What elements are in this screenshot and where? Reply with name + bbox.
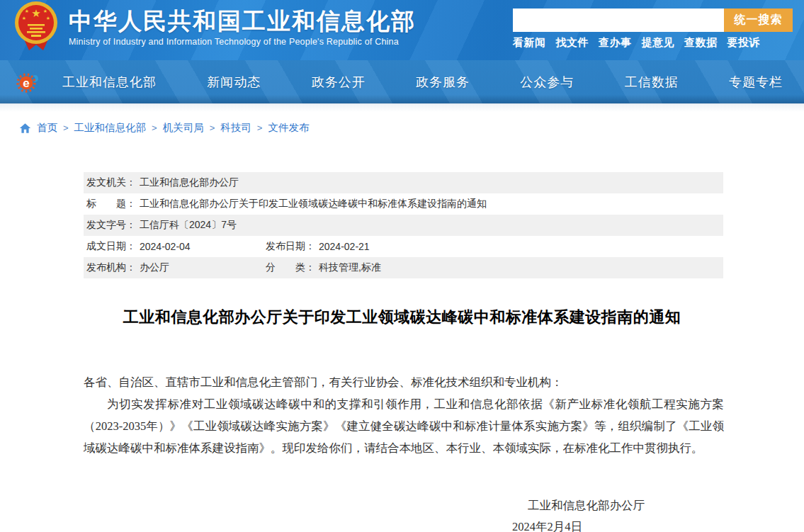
document-paragraph-main: 为切实发挥标准对工业领域碳达峰碳中和的支撑和引领作用，工业和信息化部依据《新产业… <box>84 393 724 459</box>
document-title: 工业和信息化部办公厅关于印发工业领域碳达峰碳中和标准体系建设指南的通知 <box>0 307 804 328</box>
meta-value: 工业和信息化部办公厅关于印发工业领域碳达峰碳中和标准体系建设指南的通知 <box>140 198 487 210</box>
nav-item-special-topics[interactable]: 专题专栏 <box>729 74 783 91</box>
signature-issuer: 工业和信息化部办公厅 <box>528 498 645 514</box>
breadcrumb-separator: > <box>210 123 215 133</box>
site-title-block: 中华人民共和国工业和信息化部 Ministry of Industry and … <box>69 8 416 47</box>
meta-cell: 发文字号： 工信厅科〔2024〕7号 <box>86 219 237 232</box>
quick-link-data[interactable]: 查数据 <box>684 36 718 50</box>
breadcrumb-science-tech-dept[interactable]: 科技司 <box>220 121 251 135</box>
search-button[interactable]: 统一搜索 <box>724 9 793 32</box>
breadcrumb-document-release[interactable]: 文件发布 <box>268 121 309 135</box>
nav-item-public-participation[interactable]: 公众参与 <box>520 74 574 91</box>
search-area: 统一搜索 <box>513 9 793 32</box>
site-title: 中华人民共和国工业和信息化部 <box>69 8 416 35</box>
meta-value: 办公厅 <box>140 261 169 274</box>
svg-text:★: ★ <box>31 7 40 19</box>
nav-item-gov-services[interactable]: 政务服务 <box>416 74 470 91</box>
svg-text:★: ★ <box>43 9 47 13</box>
nav-item-news[interactable]: 新闻动态 <box>207 74 261 91</box>
quick-link-feedback[interactable]: 提意见 <box>642 36 675 50</box>
nav-item-gov-disclosure[interactable]: 政务公开 <box>312 74 366 91</box>
meta-cell: 发布日期： 2024-02-21 <box>266 240 370 253</box>
nav-item-miit-data[interactable]: 工信数据 <box>625 74 679 91</box>
search-input[interactable] <box>513 9 724 32</box>
breadcrumb: 首页 > 工业和信息化部 > 机关司局 > 科技司 > 文件发布 <box>19 121 309 135</box>
breadcrumb-departments[interactable]: 机关司局 <box>163 121 204 135</box>
breadcrumb-separator: > <box>63 123 69 133</box>
national-emblem-icon: ★ ★ ★ ★ ★ <box>14 1 58 53</box>
meta-row-document-number: 发文字号： 工信厅科〔2024〕7号 <box>84 215 723 236</box>
signature-date: 2024年2月4日 <box>512 519 582 532</box>
meta-value: 2024-02-21 <box>319 241 370 252</box>
meta-cell: 发文机关： 工业和信息化部办公厅 <box>86 176 239 189</box>
home-icon <box>19 123 31 134</box>
nav-items: 工业和信息化部 新闻动态 政务公开 政务服务 公众参与 工信数据 专题专栏 <box>0 60 804 103</box>
svg-text:★: ★ <box>46 16 50 21</box>
meta-row-dates: 成文日期： 2024-02-04 发布日期： 2024-02-21 <box>84 236 723 257</box>
meta-cell: 发布机构： 办公厅 <box>86 261 266 274</box>
meta-label: 成文日期： <box>86 240 136 253</box>
document-meta-table: 发文机关： 工业和信息化部办公厅 标 题： 工业和信息化部办公厅关于印发工业领域… <box>84 172 723 278</box>
quick-link-services[interactable]: 查办事 <box>599 36 632 50</box>
meta-cell: 成文日期： 2024-02-04 <box>86 240 266 253</box>
meta-label: 分 类： <box>266 261 315 274</box>
breadcrumb-home[interactable]: 首页 <box>37 121 57 135</box>
meta-label: 标 题： <box>86 198 136 210</box>
quick-links: 看新闻 找文件 查办事 提意见 查数据 要投诉 <box>513 36 760 50</box>
meta-value: 工信厅科〔2024〕7号 <box>140 219 237 232</box>
document-body: 各省、自治区、直辖市工业和信息化主管部门，有关行业协会、标准化技术组织和专业机构… <box>84 371 724 459</box>
meta-value: 科技管理,标准 <box>319 261 381 274</box>
quick-link-files[interactable]: 找文件 <box>556 36 589 50</box>
quick-link-news[interactable]: 看新闻 <box>513 36 546 50</box>
quick-link-complaint[interactable]: 要投诉 <box>727 36 761 50</box>
site-subtitle: Ministry of Industry and Information Tec… <box>69 37 416 47</box>
meta-row-title: 标 题： 工业和信息化部办公厅关于印发工业领域碳达峰碳中和标准体系建设指南的通知 <box>84 193 723 215</box>
meta-row-issuing-authority: 发文机关： 工业和信息化部办公厅 <box>84 172 723 193</box>
site-header: ★ ★ ★ ★ ★ 中华人民共和国工业和信息化部 Ministry of Ind… <box>0 0 804 60</box>
nav-divider <box>0 103 804 112</box>
svg-text:★: ★ <box>22 16 26 21</box>
meta-label: 发布机构： <box>86 261 136 274</box>
page: ★ ★ ★ ★ ★ 中华人民共和国工业和信息化部 Ministry of Ind… <box>0 0 804 532</box>
meta-cell: 分 类： 科技管理,标准 <box>266 261 381 274</box>
meta-label: 发文字号： <box>86 219 136 232</box>
meta-cell: 标 题： 工业和信息化部办公厅关于印发工业领域碳达峰碳中和标准体系建设指南的通知 <box>86 198 487 210</box>
breadcrumb-separator: > <box>152 123 157 133</box>
nav-item-miit[interactable]: 工业和信息化部 <box>62 74 157 91</box>
svg-text:★: ★ <box>25 9 29 13</box>
document-paragraph-salutation: 各省、自治区、直辖市工业和信息化主管部门，有关行业协会、标准化技术组织和专业机构… <box>84 371 724 393</box>
meta-label: 发布日期： <box>266 240 315 253</box>
meta-row-publisher-category: 发布机构： 办公厅 分 类： 科技管理,标准 <box>84 257 723 278</box>
meta-value: 工业和信息化部办公厅 <box>140 176 239 189</box>
breadcrumb-separator: > <box>257 123 263 133</box>
breadcrumb-miit[interactable]: 工业和信息化部 <box>74 121 147 135</box>
meta-value: 2024-02-04 <box>140 241 191 252</box>
meta-label: 发文机关： <box>86 176 136 189</box>
main-navbar: e 工业和信息化部 新闻动态 政务公开 政务服务 公众参与 工信数据 专题专栏 <box>0 60 804 103</box>
